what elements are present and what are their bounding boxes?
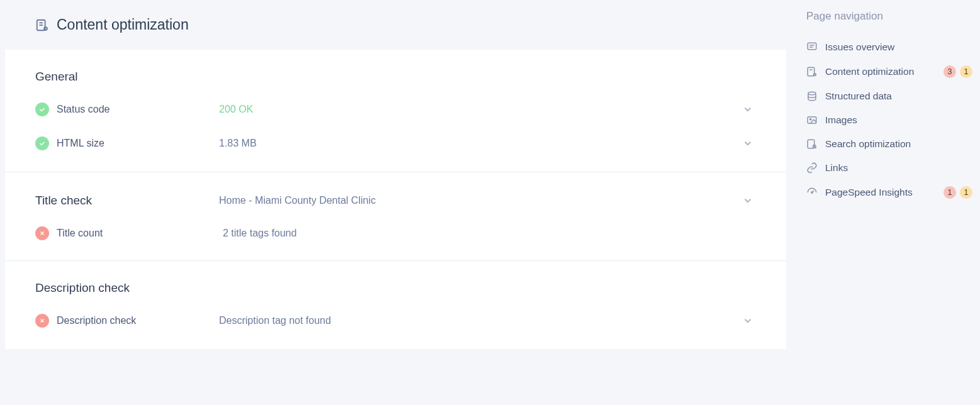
description-check-label: Description check <box>57 315 219 326</box>
page-title: Content optimization <box>57 16 189 33</box>
chevron-down-icon[interactable] <box>740 192 756 209</box>
section-heading-title-check: Title check <box>35 194 219 208</box>
svg-point-20 <box>810 118 811 119</box>
row-status-code[interactable]: Status code 200 OK <box>35 84 756 118</box>
title-count-value: 2 title tags found <box>219 228 756 239</box>
badge-warning-count: 1 <box>960 65 972 78</box>
nav-label: PageSpeed Insights <box>825 187 913 198</box>
check-icon <box>35 103 49 116</box>
content-optimization-icon <box>35 18 49 32</box>
main-content: Content optimization General Status code… <box>0 0 791 405</box>
row-html-size[interactable]: HTML size 1.83 MB <box>35 118 756 152</box>
row-title-check-header[interactable]: Title check Home - Miami County Dental C… <box>35 192 756 209</box>
nav-label: Structured data <box>825 91 892 102</box>
nav-item-links[interactable]: Links <box>806 156 972 180</box>
nav-item-pagespeed-insights[interactable]: PageSpeed Insights 1 1 <box>806 180 972 205</box>
html-size-value: 1.83 MB <box>219 138 740 149</box>
section-general: General Status code 200 OK HTML size 1.8… <box>5 50 786 172</box>
gauge-icon <box>806 187 818 198</box>
nav-item-issues-overview[interactable]: Issues overview <box>806 35 972 59</box>
status-code-label: Status code <box>57 104 219 115</box>
nav-item-images[interactable]: Images <box>806 108 972 132</box>
content-optimization-icon <box>806 66 818 77</box>
nav-label: Search optimization <box>825 138 911 150</box>
chevron-down-icon[interactable] <box>740 313 756 329</box>
badge-error-count: 3 <box>943 65 956 78</box>
error-icon <box>35 226 49 240</box>
svg-point-18 <box>808 92 816 95</box>
check-icon <box>35 136 49 150</box>
section-heading-description-check: Description check <box>35 281 756 295</box>
chevron-down-icon[interactable] <box>740 135 756 152</box>
link-icon <box>806 162 818 174</box>
badge-warning-count: 1 <box>960 186 972 199</box>
svg-rect-12 <box>808 43 816 50</box>
nav-label: Links <box>825 162 848 174</box>
title-count-label: Title count <box>57 228 219 239</box>
row-title-count: Title count 2 title tags found <box>35 209 756 240</box>
page-navigation-sidebar: Page navigation Issues overview Content … <box>791 0 980 405</box>
svg-line-23 <box>815 147 816 148</box>
nav-item-content-optimization[interactable]: Content optimization 3 1 <box>806 59 972 84</box>
status-code-value: 200 OK <box>219 104 740 115</box>
section-header-content-optimization: Content optimization <box>5 0 786 50</box>
badge-error-count: 1 <box>943 186 956 199</box>
nav-item-structured-data[interactable]: Structured data <box>806 84 972 108</box>
nav-label: Issues overview <box>825 42 894 53</box>
images-icon <box>806 114 818 126</box>
search-page-icon <box>806 138 818 150</box>
row-description-check[interactable]: Description check Description tag not fo… <box>35 295 756 329</box>
error-icon <box>35 314 49 328</box>
section-description-check: Description check Description check Desc… <box>5 261 786 349</box>
database-icon <box>806 91 818 102</box>
nav-label: Content optimization <box>825 66 914 77</box>
overview-icon <box>806 42 818 53</box>
chevron-down-icon[interactable] <box>740 101 756 118</box>
section-heading-general: General <box>35 70 756 84</box>
html-size-label: HTML size <box>57 138 219 149</box>
sidebar-title: Page navigation <box>806 10 972 23</box>
description-check-value: Description tag not found <box>219 315 740 326</box>
nav-item-search-optimization[interactable]: Search optimization <box>806 132 972 156</box>
title-check-value: Home - Miami County Dental Clinic <box>219 195 740 206</box>
nav-label: Images <box>825 114 857 126</box>
section-title-check: Title check Home - Miami County Dental C… <box>5 172 786 261</box>
